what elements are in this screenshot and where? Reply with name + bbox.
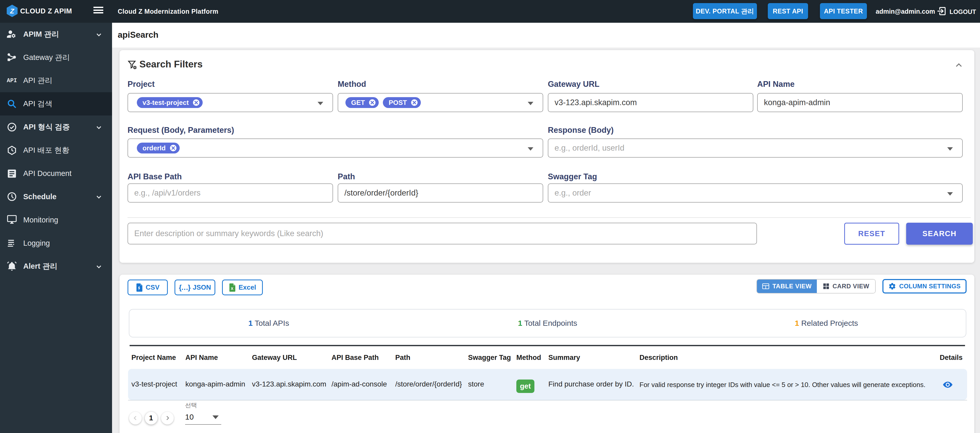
- svg-text:X: X: [231, 286, 233, 291]
- svg-text:Z: Z: [10, 7, 14, 15]
